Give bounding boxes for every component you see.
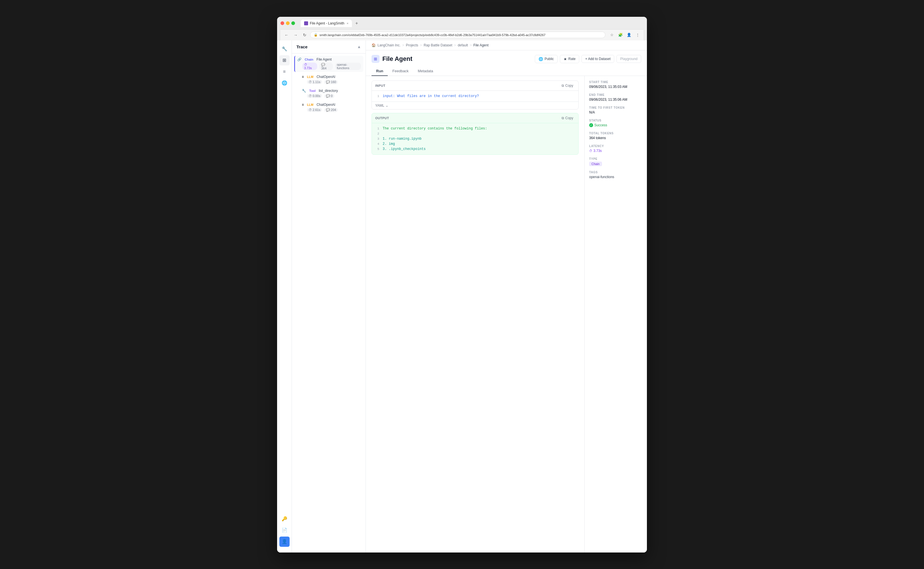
out-line-content-4: 2. img	[383, 142, 575, 146]
profile-btn[interactable]: 👤	[625, 31, 633, 39]
playground-btn[interactable]: Playground	[617, 55, 641, 63]
trace-item-chain-name: File Agent	[317, 58, 332, 61]
public-label: Public	[544, 57, 554, 61]
tab-feedback[interactable]: Feedback	[388, 67, 413, 76]
trace-item-llm-1[interactable]: ≡ LLM ChatOpenAI ⏱ 1.11s 💬 160	[299, 73, 363, 86]
trace-type-llm-2: LLM	[305, 103, 315, 107]
input-header: INPUT ⧉ Copy	[372, 81, 578, 91]
status-value: Success	[594, 123, 607, 127]
globe-icon: 🌐	[538, 57, 543, 61]
ttft-section: TIME TO FIRST TOKEN N/A	[589, 106, 642, 114]
sidebar-icon-grid[interactable]: ⊞	[280, 55, 290, 65]
browser-tab[interactable]: File Agent - LangSmith ×	[301, 20, 352, 27]
code-line-1: 1 input: What files are in the current d…	[372, 94, 578, 99]
input-copy-btn[interactable]: ⧉ Copy	[560, 83, 575, 88]
breadcrumb-projects[interactable]: Projects	[406, 43, 418, 47]
output-label: OUTPUT	[375, 116, 389, 120]
llm-1-icon: ≡	[302, 75, 304, 79]
status-section: STATUS ✓ Success	[589, 119, 642, 127]
tab-close-btn[interactable]: ×	[347, 21, 348, 25]
yaml-selector[interactable]: YAML ⌄	[372, 102, 578, 109]
public-btn[interactable]: 🌐 Public	[535, 55, 558, 63]
page-title-row: ⊞ File Agent	[372, 55, 412, 63]
end-time-section: END TIME 09/06/2023, 11:35:06 AM	[589, 93, 642, 102]
chain-tag-badge: openai-functions	[335, 62, 361, 70]
main-content: 🏠 LangChain Inc. > Projects > Rap Battle…	[366, 40, 647, 552]
trace-collapse-btn[interactable]: ▲	[357, 44, 361, 49]
line-content-1: input: What files are in the current dir…	[383, 94, 575, 98]
trace-item-chain[interactable]: 🔗 Chain File Agent ⏱ 3.73s 💬 364 openai-…	[294, 56, 363, 72]
out-line-content-5: 3. .ipynb_checkpoints	[383, 147, 575, 151]
trace-type-tool: Tool	[308, 89, 317, 93]
output-code-block: 1 The current directory contains the fol…	[372, 123, 578, 155]
trace-item-llm-2[interactable]: ≡ LLM ChatOpenAI ⏱ 2.61s 💬 204	[299, 101, 363, 114]
sidebar-icon-panel: 🔧 ⊞ ≡ 🌐 🔑 📄 👤	[277, 40, 292, 552]
breadcrumb-home-icon[interactable]: 🏠	[372, 43, 376, 47]
breadcrumb-dataset[interactable]: Rap Battle Dataset	[424, 43, 452, 47]
sidebar-icon-docs[interactable]: ≡	[280, 67, 290, 77]
tags-value: openai-functions	[589, 175, 642, 179]
trace-type-chain: Chain	[303, 58, 315, 61]
traffic-light-green[interactable]	[291, 21, 295, 25]
tab-run[interactable]: Run	[372, 67, 388, 76]
run-content: INPUT ⧉ Copy 1 input: What files are in …	[366, 76, 584, 552]
extensions-btn[interactable]: 🧩	[617, 31, 624, 39]
tags-section: TAGS openai-functions	[589, 171, 642, 179]
output-line-4: 4 2. img	[372, 141, 578, 146]
bookmark-btn[interactable]: ☆	[608, 31, 615, 39]
tags-label: TAGS	[589, 171, 642, 174]
trace-title: Trace	[296, 44, 307, 49]
out-line-num-3: 3	[375, 137, 379, 140]
menu-btn[interactable]: ⋮	[634, 31, 641, 39]
header-actions: 🌐 Public ★ Rate + Add to Dataset Playgro…	[535, 55, 641, 63]
sidebar-icon-user[interactable]: 👤	[280, 537, 290, 547]
llm-2-latency: ⏱ 2.61s	[307, 108, 322, 112]
clock-icon: ⏱	[589, 149, 592, 152]
status-badge: ✓ Success	[589, 123, 642, 127]
status-dot: ✓	[589, 123, 593, 127]
add-to-dataset-btn[interactable]: + Add to Dataset	[582, 55, 614, 63]
lock-icon: 🔒	[314, 33, 318, 37]
traffic-light-yellow[interactable]	[286, 21, 290, 25]
line-num-1: 1	[375, 94, 379, 98]
yaml-chevron: ⌄	[386, 103, 388, 108]
traffic-light-red[interactable]	[281, 21, 284, 25]
breadcrumb-langchain[interactable]: LangChain Inc.	[377, 43, 401, 47]
out-line-num-2: 2	[375, 132, 379, 135]
address-bar[interactable]: 🔒 smith.langchain.com/o/ebbaf2eb-769b-45…	[310, 32, 605, 38]
page-title: File Agent	[382, 55, 412, 62]
type-value: Chain	[589, 161, 602, 166]
sidebar-icon-file[interactable]: 📄	[280, 525, 290, 536]
out-line-num-4: 4	[375, 142, 379, 146]
playground-label: Playground	[620, 57, 638, 61]
type-label: TYPE	[589, 157, 642, 160]
rate-btn[interactable]: ★ Rate	[560, 55, 579, 63]
new-tab-btn[interactable]: +	[353, 20, 360, 27]
trace-item-llm-2-name: ChatOpenAI	[317, 103, 336, 107]
sidebar-icon-tools[interactable]: 🔧	[280, 44, 290, 54]
start-time-label: START TIME	[589, 81, 642, 84]
latency-value: ⏱ 3.73s	[589, 149, 642, 153]
ttft-value: N/A	[589, 110, 642, 114]
back-btn[interactable]: ←	[283, 31, 290, 39]
page-icon-symbol: ⊞	[374, 56, 377, 61]
refresh-btn[interactable]: ↻	[301, 31, 309, 39]
start-time-value: 09/06/2023, 11:35:03 AM	[589, 85, 642, 89]
trace-header: Trace ▲	[292, 40, 366, 53]
star-icon: ★	[564, 57, 567, 61]
sidebar-icon-key[interactable]: 🔑	[280, 514, 290, 524]
chain-icon: 🔗	[297, 58, 302, 61]
trace-item-tool[interactable]: 🔧 Tool list_directory ⏱ 0.00s 💬 0	[299, 87, 363, 100]
tab-metadata[interactable]: Metadata	[413, 67, 438, 76]
sidebar-icon-globe[interactable]: 🌐	[280, 78, 290, 88]
input-label: INPUT	[375, 84, 386, 87]
forward-btn[interactable]: →	[292, 31, 299, 39]
llm-2-icon: ≡	[302, 103, 304, 107]
breadcrumb-default[interactable]: default	[458, 43, 468, 47]
output-header: OUTPUT ⧉ Copy	[372, 113, 578, 123]
tab-bar: Run Feedback Metadata	[366, 67, 647, 76]
latency-section: LATENCY ⏱ 3.73s	[589, 145, 642, 153]
output-section: OUTPUT ⧉ Copy 1 The current directory co…	[372, 113, 579, 155]
add-to-dataset-label: + Add to Dataset	[585, 57, 611, 61]
output-copy-btn[interactable]: ⧉ Copy	[560, 116, 575, 121]
